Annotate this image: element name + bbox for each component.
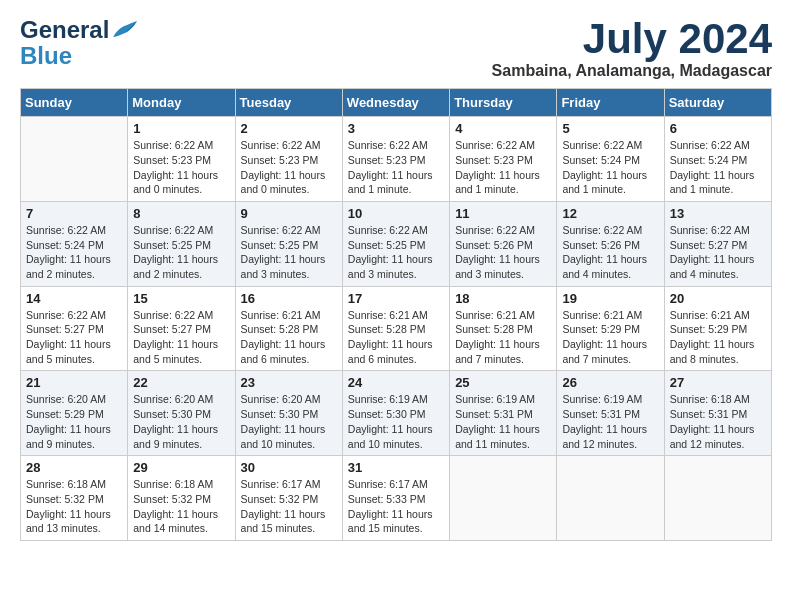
day-number: 16 — [241, 291, 337, 306]
weekday-saturday: Saturday — [664, 89, 771, 117]
weekday-wednesday: Wednesday — [342, 89, 449, 117]
day-number: 9 — [241, 206, 337, 221]
day-cell: 23Sunrise: 6:20 AMSunset: 5:30 PMDayligh… — [235, 371, 342, 456]
day-number: 27 — [670, 375, 766, 390]
day-cell — [557, 456, 664, 541]
day-number: 5 — [562, 121, 658, 136]
day-cell — [664, 456, 771, 541]
day-info: Sunrise: 6:22 AMSunset: 5:26 PMDaylight:… — [562, 223, 658, 282]
day-info: Sunrise: 6:21 AMSunset: 5:28 PMDaylight:… — [348, 308, 444, 367]
day-info: Sunrise: 6:22 AMSunset: 5:26 PMDaylight:… — [455, 223, 551, 282]
day-number: 24 — [348, 375, 444, 390]
weekday-sunday: Sunday — [21, 89, 128, 117]
day-info: Sunrise: 6:17 AMSunset: 5:32 PMDaylight:… — [241, 477, 337, 536]
day-info: Sunrise: 6:22 AMSunset: 5:23 PMDaylight:… — [455, 138, 551, 197]
weekday-tuesday: Tuesday — [235, 89, 342, 117]
day-info: Sunrise: 6:19 AMSunset: 5:30 PMDaylight:… — [348, 392, 444, 451]
day-cell — [21, 117, 128, 202]
day-info: Sunrise: 6:22 AMSunset: 5:23 PMDaylight:… — [241, 138, 337, 197]
day-cell: 20Sunrise: 6:21 AMSunset: 5:29 PMDayligh… — [664, 286, 771, 371]
day-number: 14 — [26, 291, 122, 306]
day-info: Sunrise: 6:22 AMSunset: 5:25 PMDaylight:… — [241, 223, 337, 282]
day-cell: 2Sunrise: 6:22 AMSunset: 5:23 PMDaylight… — [235, 117, 342, 202]
day-info: Sunrise: 6:22 AMSunset: 5:25 PMDaylight:… — [348, 223, 444, 282]
logo-general: General — [20, 16, 109, 44]
day-cell: 12Sunrise: 6:22 AMSunset: 5:26 PMDayligh… — [557, 201, 664, 286]
day-number: 6 — [670, 121, 766, 136]
day-cell: 11Sunrise: 6:22 AMSunset: 5:26 PMDayligh… — [450, 201, 557, 286]
day-cell: 8Sunrise: 6:22 AMSunset: 5:25 PMDaylight… — [128, 201, 235, 286]
day-number: 29 — [133, 460, 229, 475]
day-info: Sunrise: 6:19 AMSunset: 5:31 PMDaylight:… — [455, 392, 551, 451]
day-info: Sunrise: 6:18 AMSunset: 5:31 PMDaylight:… — [670, 392, 766, 451]
day-number: 20 — [670, 291, 766, 306]
calendar-table: SundayMondayTuesdayWednesdayThursdayFrid… — [20, 88, 772, 541]
day-number: 26 — [562, 375, 658, 390]
day-info: Sunrise: 6:18 AMSunset: 5:32 PMDaylight:… — [26, 477, 122, 536]
day-cell: 10Sunrise: 6:22 AMSunset: 5:25 PMDayligh… — [342, 201, 449, 286]
day-cell: 4Sunrise: 6:22 AMSunset: 5:23 PMDaylight… — [450, 117, 557, 202]
day-info: Sunrise: 6:21 AMSunset: 5:28 PMDaylight:… — [455, 308, 551, 367]
day-info: Sunrise: 6:22 AMSunset: 5:24 PMDaylight:… — [670, 138, 766, 197]
day-cell: 7Sunrise: 6:22 AMSunset: 5:24 PMDaylight… — [21, 201, 128, 286]
day-cell: 16Sunrise: 6:21 AMSunset: 5:28 PMDayligh… — [235, 286, 342, 371]
day-info: Sunrise: 6:21 AMSunset: 5:29 PMDaylight:… — [670, 308, 766, 367]
day-number: 4 — [455, 121, 551, 136]
day-info: Sunrise: 6:22 AMSunset: 5:27 PMDaylight:… — [26, 308, 122, 367]
week-row-5: 28Sunrise: 6:18 AMSunset: 5:32 PMDayligh… — [21, 456, 772, 541]
day-number: 21 — [26, 375, 122, 390]
day-number: 15 — [133, 291, 229, 306]
day-number: 22 — [133, 375, 229, 390]
day-cell: 29Sunrise: 6:18 AMSunset: 5:32 PMDayligh… — [128, 456, 235, 541]
day-info: Sunrise: 6:22 AMSunset: 5:27 PMDaylight:… — [133, 308, 229, 367]
day-cell: 31Sunrise: 6:17 AMSunset: 5:33 PMDayligh… — [342, 456, 449, 541]
day-cell: 14Sunrise: 6:22 AMSunset: 5:27 PMDayligh… — [21, 286, 128, 371]
day-cell: 3Sunrise: 6:22 AMSunset: 5:23 PMDaylight… — [342, 117, 449, 202]
day-info: Sunrise: 6:20 AMSunset: 5:29 PMDaylight:… — [26, 392, 122, 451]
day-number: 10 — [348, 206, 444, 221]
day-cell: 22Sunrise: 6:20 AMSunset: 5:30 PMDayligh… — [128, 371, 235, 456]
day-number: 13 — [670, 206, 766, 221]
day-cell: 18Sunrise: 6:21 AMSunset: 5:28 PMDayligh… — [450, 286, 557, 371]
day-number: 12 — [562, 206, 658, 221]
day-info: Sunrise: 6:20 AMSunset: 5:30 PMDaylight:… — [133, 392, 229, 451]
day-number: 23 — [241, 375, 337, 390]
day-number: 1 — [133, 121, 229, 136]
day-cell: 1Sunrise: 6:22 AMSunset: 5:23 PMDaylight… — [128, 117, 235, 202]
day-cell: 6Sunrise: 6:22 AMSunset: 5:24 PMDaylight… — [664, 117, 771, 202]
day-info: Sunrise: 6:20 AMSunset: 5:30 PMDaylight:… — [241, 392, 337, 451]
day-number: 31 — [348, 460, 444, 475]
title-area: July 2024 Sambaina, Analamanga, Madagasc… — [492, 16, 772, 80]
day-number: 2 — [241, 121, 337, 136]
day-number: 30 — [241, 460, 337, 475]
day-cell: 24Sunrise: 6:19 AMSunset: 5:30 PMDayligh… — [342, 371, 449, 456]
day-cell: 25Sunrise: 6:19 AMSunset: 5:31 PMDayligh… — [450, 371, 557, 456]
weekday-header-row: SundayMondayTuesdayWednesdayThursdayFrid… — [21, 89, 772, 117]
location-title: Sambaina, Analamanga, Madagascar — [492, 62, 772, 80]
day-info: Sunrise: 6:21 AMSunset: 5:28 PMDaylight:… — [241, 308, 337, 367]
day-cell: 21Sunrise: 6:20 AMSunset: 5:29 PMDayligh… — [21, 371, 128, 456]
day-number: 28 — [26, 460, 122, 475]
day-number: 11 — [455, 206, 551, 221]
day-cell: 15Sunrise: 6:22 AMSunset: 5:27 PMDayligh… — [128, 286, 235, 371]
day-cell — [450, 456, 557, 541]
weekday-friday: Friday — [557, 89, 664, 117]
day-cell: 9Sunrise: 6:22 AMSunset: 5:25 PMDaylight… — [235, 201, 342, 286]
day-number: 19 — [562, 291, 658, 306]
weekday-thursday: Thursday — [450, 89, 557, 117]
weekday-monday: Monday — [128, 89, 235, 117]
day-cell: 19Sunrise: 6:21 AMSunset: 5:29 PMDayligh… — [557, 286, 664, 371]
day-cell: 30Sunrise: 6:17 AMSunset: 5:32 PMDayligh… — [235, 456, 342, 541]
day-cell: 13Sunrise: 6:22 AMSunset: 5:27 PMDayligh… — [664, 201, 771, 286]
day-number: 7 — [26, 206, 122, 221]
logo: General Blue — [20, 16, 139, 70]
logo-bird-icon — [109, 19, 139, 41]
day-cell: 27Sunrise: 6:18 AMSunset: 5:31 PMDayligh… — [664, 371, 771, 456]
header: General Blue July 2024 Sambaina, Analama… — [20, 16, 772, 80]
day-info: Sunrise: 6:18 AMSunset: 5:32 PMDaylight:… — [133, 477, 229, 536]
day-cell: 26Sunrise: 6:19 AMSunset: 5:31 PMDayligh… — [557, 371, 664, 456]
week-row-1: 1Sunrise: 6:22 AMSunset: 5:23 PMDaylight… — [21, 117, 772, 202]
month-title: July 2024 — [492, 16, 772, 62]
day-cell: 17Sunrise: 6:21 AMSunset: 5:28 PMDayligh… — [342, 286, 449, 371]
day-cell: 5Sunrise: 6:22 AMSunset: 5:24 PMDaylight… — [557, 117, 664, 202]
